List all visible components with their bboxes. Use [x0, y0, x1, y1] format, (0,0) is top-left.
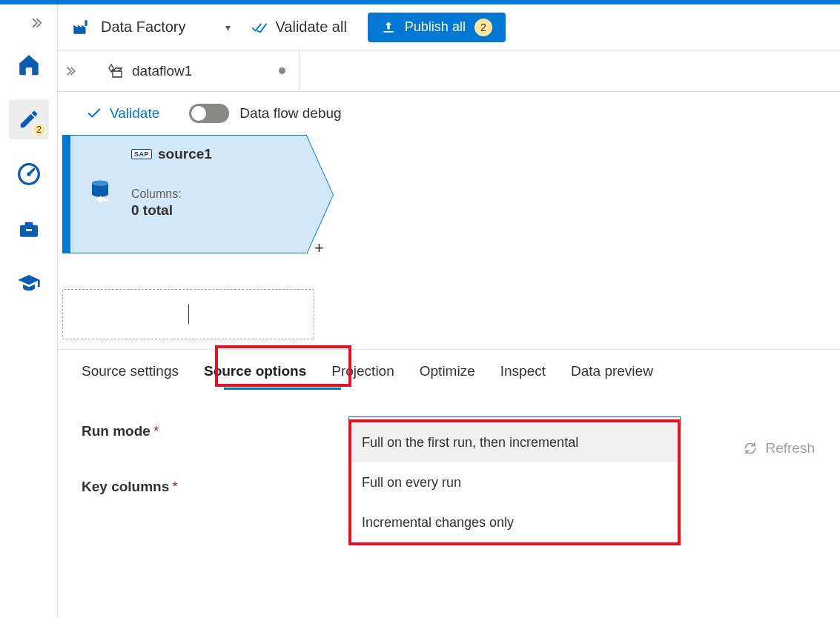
double-chevron-right-icon [65, 65, 77, 77]
required-indicator: * [172, 479, 177, 494]
editor-tab-label: dataflow1 [132, 63, 192, 79]
add-transform-button[interactable]: + [314, 239, 324, 258]
toolbar: Data Factory ▾ Validate all Publish all … [58, 4, 840, 50]
validate-all-label: Validate all [275, 19, 346, 36]
refresh-label: Refresh [765, 440, 815, 456]
node-columns-label: Columns: [131, 187, 299, 201]
dropdown-option[interactable]: Full on the first run, then incremental [351, 422, 678, 462]
validate-button[interactable]: Validate [86, 105, 159, 122]
tab-source-settings[interactable]: Source settings [82, 363, 179, 390]
refresh-button[interactable]: Refresh [743, 440, 815, 456]
double-chevron-right-icon [30, 16, 44, 30]
svg-rect-5 [85, 20, 87, 26]
required-indicator: * [153, 423, 159, 439]
toolbox-icon [17, 217, 41, 241]
dropdown-option[interactable]: Incremental changes only [351, 502, 678, 542]
publish-all-button[interactable]: Publish all 2 [368, 13, 506, 42]
panel-collapse-button[interactable] [65, 65, 92, 77]
source-options-panel: Run mode* Full on the first run, then in… [58, 390, 840, 528]
nav-monitor[interactable] [9, 154, 49, 194]
rail-collapse-button[interactable] [0, 9, 57, 37]
home-icon [16, 52, 42, 77]
tab-data-preview[interactable]: Data preview [571, 363, 653, 390]
node-title: source1 [158, 146, 212, 162]
drop-target[interactable] [62, 289, 314, 339]
validate-label: Validate [110, 105, 159, 122]
dataflow-canvas[interactable]: SAP source1 Columns: 0 total + [58, 135, 840, 350]
run-mode-label: Run mode [82, 423, 151, 439]
dataflow-action-row: Validate Data flow debug [58, 92, 840, 135]
debug-label: Data flow debug [239, 105, 341, 122]
publish-badge: 2 [474, 19, 492, 36]
editor-tab-bar: dataflow1 [58, 50, 840, 92]
svg-point-6 [92, 181, 108, 186]
dataflow-icon [107, 62, 125, 80]
annotation-highlight [215, 345, 351, 387]
dropdown-option[interactable]: Full on every run [351, 462, 678, 502]
publish-all-label: Publish all [405, 19, 466, 35]
editor-tab-dataflow1[interactable]: dataflow1 [92, 50, 300, 91]
validate-all-button[interactable]: Validate all [251, 19, 346, 36]
node-output-arrow-icon [306, 136, 333, 254]
chevron-down-icon: ▾ [225, 21, 231, 33]
sap-badge-icon: SAP [131, 149, 152, 159]
svg-point-1 [27, 172, 30, 176]
run-mode-dropdown: Full on the first run, then incremental … [348, 419, 681, 545]
left-rail: 2 [0, 4, 58, 618]
svg-rect-3 [24, 222, 33, 226]
workspace-label: Data Factory [101, 19, 185, 36]
upload-icon [381, 20, 396, 35]
nav-learn[interactable] [9, 264, 49, 304]
database-export-icon [84, 178, 116, 210]
unsaved-indicator-icon [279, 67, 285, 74]
text-cursor-icon [188, 305, 189, 324]
gauge-icon [17, 162, 41, 186]
svg-rect-4 [26, 229, 32, 231]
node-columns-value: 0 total [131, 202, 299, 219]
workspace-select[interactable]: Data Factory ▾ [71, 18, 231, 37]
graduation-cap-icon [17, 272, 41, 296]
author-badge: 2 [33, 123, 46, 136]
factory-icon [71, 18, 90, 37]
settings-tab-bar: Source settings Source options Projectio… [58, 350, 840, 390]
nav-author[interactable]: 2 [9, 99, 49, 139]
check-icon [86, 105, 102, 122]
node-accent [63, 136, 70, 253]
key-columns-label: Key columns [82, 479, 169, 494]
nav-manage[interactable] [9, 209, 49, 249]
refresh-icon [743, 441, 758, 456]
tab-optimize[interactable]: Optimize [420, 363, 475, 390]
nav-home[interactable] [9, 44, 49, 84]
double-check-icon [251, 19, 268, 36]
source-node[interactable]: SAP source1 Columns: 0 total [62, 135, 307, 253]
debug-toggle[interactable] [189, 104, 229, 123]
tab-inspect[interactable]: Inspect [500, 363, 546, 390]
